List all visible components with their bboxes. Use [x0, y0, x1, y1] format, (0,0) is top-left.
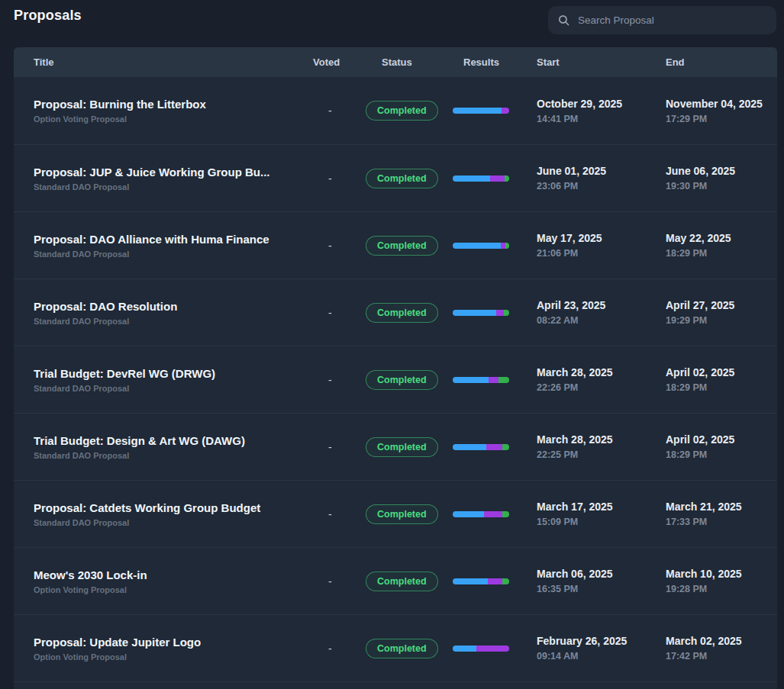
- results-segment-purple: [488, 578, 502, 584]
- end-date: November 04, 2025: [666, 98, 777, 110]
- table-header-row: Title Voted Status Results Start End: [14, 47, 777, 77]
- proposal-type: Standard DAO Proposal: [34, 518, 305, 527]
- end-cell: April 02, 2025 18:29 PM: [666, 433, 777, 460]
- table-row[interactable]: Proposal: Burning the Litterbox Option V…: [14, 77, 777, 144]
- search-input[interactable]: [578, 14, 767, 26]
- results-cell: [463, 444, 537, 450]
- end-date: March 21, 2025: [666, 501, 777, 513]
- start-date: May 17, 2025: [537, 232, 666, 244]
- proposal-type: Standard DAO Proposal: [34, 250, 305, 259]
- results-bar: [453, 108, 509, 114]
- table-row[interactable]: Trial Budget: Design & Art WG (DAWG) Sta…: [14, 413, 777, 480]
- results-segment-green: [502, 578, 509, 584]
- results-bar: [453, 646, 509, 652]
- status-cell: Completed: [382, 504, 463, 524]
- proposal-title: Proposal: DAO Resolution: [34, 300, 305, 313]
- proposal-title-cell: Proposal: Catdets Working Group Budget S…: [34, 501, 313, 527]
- proposal-type: Option Voting Proposal: [34, 114, 305, 124]
- results-segment-blue: [453, 578, 488, 584]
- results-bar: [453, 310, 509, 316]
- proposal-title-cell: Proposal: Update Jupiter Logo Option Vot…: [34, 636, 313, 662]
- end-time: 17:33 PM: [666, 517, 777, 527]
- proposal-type: Option Voting Proposal: [34, 585, 305, 594]
- proposal-type: Standard DAO Proposal: [34, 182, 305, 192]
- column-header-status: Status: [382, 56, 463, 68]
- start-cell: March 28, 2025 22:26 PM: [537, 366, 666, 393]
- results-cell: [463, 108, 537, 114]
- start-time: 22:25 PM: [537, 449, 666, 460]
- start-time: 22:26 PM: [537, 382, 666, 393]
- results-segment-purple: [489, 377, 498, 383]
- proposal-title: Proposal: DAO Alliance with Huma Finance: [34, 233, 305, 246]
- proposal-title-cell: Meow's 2030 Lock-in Option Voting Propos…: [34, 568, 313, 594]
- results-cell: [463, 310, 537, 316]
- start-time: 14:41 PM: [537, 114, 666, 124]
- start-date: March 28, 2025: [537, 366, 666, 378]
- results-cell: [463, 175, 537, 182]
- status-badge: Completed: [366, 639, 438, 658]
- results-bar: [453, 444, 509, 450]
- proposal-title-cell: Proposal: DAO Resolution Standard DAO Pr…: [34, 300, 313, 326]
- start-date: March 28, 2025: [537, 433, 666, 446]
- results-segment-green: [498, 377, 509, 383]
- end-cell: May 22, 2025 18:29 PM: [666, 232, 777, 259]
- status-badge: Completed: [366, 437, 438, 457]
- table-row[interactable]: Proposal: DAO Alliance with Huma Finance…: [14, 211, 777, 278]
- results-segment-blue: [453, 175, 490, 182]
- end-cell: April 27, 2025 19:29 PM: [666, 299, 777, 326]
- start-date: March 06, 2025: [537, 568, 666, 580]
- results-segment-blue: [453, 108, 502, 114]
- column-header-start: Start: [537, 56, 666, 68]
- results-segment-purple: [484, 511, 502, 517]
- start-cell: February 26, 2025 09:14 AM: [537, 635, 666, 662]
- results-cell: [463, 243, 537, 249]
- results-bar: [453, 377, 509, 383]
- status-cell: Completed: [382, 370, 463, 390]
- start-time: 09:14 AM: [537, 651, 666, 662]
- table-row[interactable]: Meow's 2030 Lock-in Option Voting Propos…: [14, 547, 777, 614]
- status-cell: Completed: [382, 303, 463, 323]
- results-segment-purple: [502, 108, 509, 114]
- results-segment-blue: [453, 646, 476, 652]
- start-cell: October 29, 2025 14:41 PM: [537, 98, 666, 124]
- end-time: 17:42 PM: [666, 651, 777, 662]
- table-row[interactable]: Proposal: DAO Resolution Standard DAO Pr…: [14, 278, 777, 346]
- status-cell: Completed: [382, 571, 463, 591]
- status-cell: Completed: [382, 236, 463, 256]
- proposal-title: Proposal: Update Jupiter Logo: [34, 636, 305, 649]
- start-date: October 29, 2025: [537, 98, 666, 110]
- status-badge: Completed: [366, 303, 438, 323]
- status-cell: Completed: [382, 639, 463, 658]
- end-cell: March 02, 2025 17:42 PM: [666, 635, 777, 662]
- start-date: April 23, 2025: [537, 299, 666, 311]
- proposal-title-cell: Proposal: Burning the Litterbox Option V…: [34, 98, 313, 124]
- status-badge: Completed: [366, 236, 438, 256]
- proposal-type: Option Voting Proposal: [34, 652, 305, 662]
- search-box[interactable]: [548, 6, 776, 34]
- end-date: June 06, 2025: [666, 165, 777, 177]
- end-time: 19:29 PM: [666, 315, 777, 326]
- end-time: 18:29 PM: [666, 248, 777, 259]
- status-cell: Completed: [382, 101, 463, 121]
- table-row[interactable]: Proposal: Update Jupiter Logo Option Vot…: [14, 614, 777, 681]
- table-row[interactable]: Proposal: Catdets Working Group Budget S…: [14, 480, 777, 547]
- column-header-title: Title: [34, 56, 313, 68]
- table-row[interactable]: Proposal: JUP & Juice Working Group Bu..…: [14, 144, 777, 211]
- end-time: 18:29 PM: [666, 382, 777, 393]
- results-cell: [463, 377, 537, 383]
- status-badge: Completed: [366, 504, 438, 524]
- table-body: Proposal: Burning the Litterbox Option V…: [14, 77, 777, 681]
- results-segment-green: [502, 444, 509, 450]
- end-date: April 27, 2025: [666, 299, 777, 311]
- end-date: March 02, 2025: [666, 635, 777, 647]
- start-time: 15:09 PM: [537, 517, 666, 527]
- results-bar: [453, 578, 509, 584]
- results-bar: [453, 243, 509, 249]
- end-cell: March 10, 2025 19:28 PM: [666, 568, 777, 594]
- start-date: March 17, 2025: [537, 501, 666, 513]
- end-cell: March 21, 2025 17:33 PM: [666, 501, 777, 527]
- table-row[interactable]: Trial Budget: DevRel WG (DRWG) Standard …: [14, 346, 777, 413]
- results-segment-green: [505, 175, 509, 182]
- results-segment-blue: [453, 243, 501, 249]
- start-time: 21:06 PM: [537, 248, 666, 259]
